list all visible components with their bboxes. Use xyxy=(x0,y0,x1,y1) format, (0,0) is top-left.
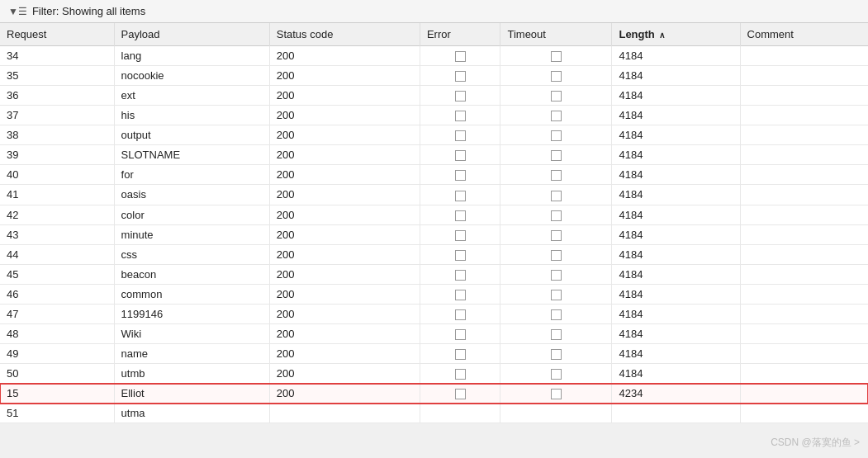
cell-timeout[interactable] xyxy=(500,343,612,363)
cell-error[interactable] xyxy=(420,284,500,304)
cell-timeout[interactable] xyxy=(500,264,612,284)
timeout-checkbox[interactable] xyxy=(551,111,562,121)
table-row[interactable]: 34lang2004184 xyxy=(0,46,868,66)
timeout-checkbox[interactable] xyxy=(551,389,562,399)
table-row[interactable]: 46common2004184 xyxy=(0,284,868,304)
table-row[interactable]: 48Wiki2004184 xyxy=(0,323,868,343)
cell-error[interactable] xyxy=(420,165,500,185)
cell-error[interactable] xyxy=(420,145,500,165)
cell-timeout[interactable] xyxy=(500,145,612,165)
cell-error[interactable] xyxy=(420,343,500,363)
table-row[interactable]: 49name2004184 xyxy=(0,343,868,363)
cell-error[interactable] xyxy=(420,304,500,323)
error-checkbox[interactable] xyxy=(455,91,466,102)
cell-error[interactable] xyxy=(420,404,500,423)
cell-timeout[interactable] xyxy=(500,364,612,384)
cell-error[interactable] xyxy=(420,244,500,264)
timeout-checkbox[interactable] xyxy=(551,191,562,201)
timeout-checkbox[interactable] xyxy=(551,71,562,82)
timeout-checkbox[interactable] xyxy=(551,130,562,141)
timeout-checkbox[interactable] xyxy=(551,210,562,221)
col-length[interactable]: Length ∧ xyxy=(612,23,740,46)
col-request[interactable]: Request xyxy=(0,23,114,46)
table-row[interactable]: 51utma xyxy=(0,404,868,423)
cell-timeout[interactable] xyxy=(500,46,612,66)
cell-timeout[interactable] xyxy=(500,384,612,404)
cell-error[interactable] xyxy=(420,364,500,384)
timeout-checkbox[interactable] xyxy=(551,349,562,360)
table-row[interactable]: 37his2004184 xyxy=(0,106,868,125)
table-row[interactable]: 39SLOTNAME2004184 xyxy=(0,145,868,165)
table-row[interactable]: 45beacon2004184 xyxy=(0,264,868,284)
table-row[interactable]: 36ext2004184 xyxy=(0,86,868,106)
cell-timeout[interactable] xyxy=(500,205,612,224)
cell-timeout[interactable] xyxy=(500,165,612,185)
error-checkbox[interactable] xyxy=(455,170,466,181)
cell-error[interactable] xyxy=(420,224,500,244)
error-checkbox[interactable] xyxy=(455,230,466,241)
cell-timeout[interactable] xyxy=(500,323,612,343)
error-checkbox[interactable] xyxy=(455,349,466,360)
cell-timeout[interactable] xyxy=(500,86,612,106)
timeout-checkbox[interactable] xyxy=(551,51,562,62)
error-checkbox[interactable] xyxy=(455,51,466,62)
cell-error[interactable] xyxy=(420,323,500,343)
timeout-checkbox[interactable] xyxy=(551,329,562,340)
cell-error[interactable] xyxy=(420,66,500,86)
cell-timeout[interactable] xyxy=(500,304,612,323)
timeout-checkbox[interactable] xyxy=(551,309,562,320)
cell-timeout[interactable] xyxy=(500,404,612,423)
timeout-checkbox[interactable] xyxy=(551,230,562,241)
error-checkbox[interactable] xyxy=(455,71,466,82)
error-checkbox[interactable] xyxy=(455,329,466,340)
table-row[interactable]: 41oasis2004184 xyxy=(0,185,868,205)
cell-error[interactable] xyxy=(420,125,500,145)
error-checkbox[interactable] xyxy=(455,250,466,261)
cell-timeout[interactable] xyxy=(500,224,612,244)
timeout-checkbox[interactable] xyxy=(551,369,562,380)
cell-timeout[interactable] xyxy=(500,244,612,264)
table-row[interactable]: 44css2004184 xyxy=(0,244,868,264)
table-row[interactable]: 35nocookie2004184 xyxy=(0,66,868,86)
error-checkbox[interactable] xyxy=(455,290,466,300)
cell-error[interactable] xyxy=(420,86,500,106)
cell-error[interactable] xyxy=(420,185,500,205)
cell-error[interactable] xyxy=(420,205,500,224)
timeout-checkbox[interactable] xyxy=(551,150,562,161)
error-checkbox[interactable] xyxy=(455,150,466,161)
col-error[interactable]: Error xyxy=(420,23,500,46)
cell-timeout[interactable] xyxy=(500,284,612,304)
cell-error[interactable] xyxy=(420,384,500,404)
timeout-checkbox[interactable] xyxy=(551,250,562,261)
timeout-checkbox[interactable] xyxy=(551,170,562,181)
error-checkbox[interactable] xyxy=(455,191,466,201)
cell-error[interactable] xyxy=(420,106,500,125)
table-row[interactable]: 4711991462004184 xyxy=(0,304,868,323)
col-payload[interactable]: Payload xyxy=(114,23,269,46)
error-checkbox[interactable] xyxy=(455,130,466,141)
cell-timeout[interactable] xyxy=(500,185,612,205)
cell-timeout[interactable] xyxy=(500,66,612,86)
error-checkbox[interactable] xyxy=(455,210,466,221)
table-row[interactable]: 15Elliot2004234 xyxy=(0,384,868,404)
table-row[interactable]: 43minute2004184 xyxy=(0,224,868,244)
error-checkbox[interactable] xyxy=(455,111,466,121)
timeout-checkbox[interactable] xyxy=(551,91,562,102)
table-row[interactable]: 38output2004184 xyxy=(0,125,868,145)
cell-error[interactable] xyxy=(420,264,500,284)
timeout-checkbox[interactable] xyxy=(551,290,562,300)
cell-timeout[interactable] xyxy=(500,106,612,125)
col-status-code[interactable]: Status code xyxy=(269,23,420,46)
error-checkbox[interactable] xyxy=(455,389,466,399)
cell-timeout[interactable] xyxy=(500,125,612,145)
table-row[interactable]: 50utmb2004184 xyxy=(0,364,868,384)
col-timeout[interactable]: Timeout xyxy=(500,23,612,46)
error-checkbox[interactable] xyxy=(455,369,466,380)
error-checkbox[interactable] xyxy=(455,270,466,281)
table-row[interactable]: 40for2004184 xyxy=(0,165,868,185)
table-row[interactable]: 42color2004184 xyxy=(0,205,868,224)
cell-error[interactable] xyxy=(420,46,500,66)
error-checkbox[interactable] xyxy=(455,309,466,320)
timeout-checkbox[interactable] xyxy=(551,270,562,281)
col-comment[interactable]: Comment xyxy=(740,23,868,46)
